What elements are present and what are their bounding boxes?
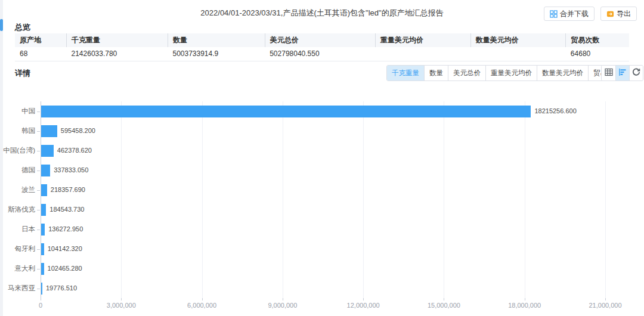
bar[interactable] — [41, 184, 47, 196]
column-header: 重量美元均价 — [376, 33, 471, 47]
origin-bar-chart: 03,000,0006,000,0009,000,00012,000,00015… — [0, 89, 644, 316]
bar[interactable] — [41, 165, 50, 176]
column-header: 数量 — [168, 33, 265, 47]
x-axis-label: 21,000,000 — [589, 302, 621, 309]
column-header: 贸易次数 — [566, 33, 629, 47]
bar[interactable] — [41, 283, 42, 295]
overview-section-label: 总览 — [15, 22, 30, 33]
x-axis-tick — [41, 298, 41, 300]
bar-value-label: 18215256.600 — [534, 101, 576, 121]
chart-row: 德国337833.050 — [0, 160, 644, 180]
chart-row: 意大利102465.280 — [0, 259, 644, 278]
chart-row: 匈牙利104142.320 — [0, 239, 644, 259]
metric-tabs: 千克重量数量美元总价重量美元均价数量美元均价贸易次数 — [386, 65, 626, 81]
refresh-button[interactable] — [629, 66, 643, 80]
column-header: 美元总价 — [265, 33, 375, 47]
x-axis-tick — [525, 298, 525, 300]
x-axis-tick — [605, 298, 606, 300]
x-axis-tick — [121, 298, 122, 300]
x-axis-label: 15,000,000 — [428, 302, 460, 309]
bar[interactable] — [41, 125, 57, 137]
table-cell: 21426033.780 — [67, 47, 168, 61]
bar-value-label: 102465.280 — [48, 259, 82, 278]
merge-download-icon — [550, 10, 558, 18]
x-axis-label: 12,000,000 — [347, 302, 380, 309]
chart-row: 日本136272.950 — [0, 219, 644, 239]
category-label: 日本 — [0, 219, 35, 239]
x-axis-label: 6,000,000 — [187, 302, 216, 309]
metric-tab[interactable]: 数量美元均价 — [537, 66, 588, 80]
bar-value-label: 595458.200 — [61, 121, 95, 141]
overview-table-header-row: 原产地千克重量数量美元总价重量美元均价数量美元均价贸易次数 — [15, 33, 629, 47]
chart-row: 波兰218357.690 — [0, 180, 644, 200]
chart-row: 斯洛伐克184543.730 — [0, 200, 644, 219]
table-cell — [470, 47, 566, 61]
bar[interactable] — [41, 204, 46, 216]
table-cell — [376, 47, 471, 61]
x-axis-tick — [283, 298, 283, 300]
chart-row: 韩国595458.200 — [0, 121, 644, 141]
bar-chart-icon — [618, 68, 627, 78]
category-tick — [37, 210, 40, 210]
category-label: 中国 — [0, 101, 35, 121]
x-axis-tick — [202, 298, 203, 300]
category-label: 波兰 — [0, 180, 35, 200]
category-tick — [37, 230, 40, 230]
metric-tab[interactable]: 重量美元均价 — [485, 66, 537, 80]
scrollbar-thumb[interactable] — [0, 19, 3, 31]
detail-section-label: 详情 — [15, 68, 30, 79]
export-label: 导出 — [617, 9, 631, 19]
header-actions: 合并下载 导出 — [544, 7, 637, 21]
bar-value-label: 184543.730 — [49, 200, 84, 219]
bar-value-label: 136272.950 — [48, 219, 83, 239]
bar[interactable] — [41, 263, 44, 275]
refresh-icon — [632, 68, 640, 78]
table-cell: 502798040.550 — [265, 47, 375, 61]
export-button[interactable]: 导出 — [600, 7, 637, 21]
metric-tab[interactable]: 数量 — [424, 66, 448, 80]
bar-value-label: 462378.620 — [57, 141, 92, 160]
merge-download-button[interactable]: 合并下载 — [544, 7, 595, 21]
bar-value-label: 104142.320 — [48, 239, 82, 259]
table-view-button[interactable] — [602, 66, 615, 80]
overview-table-row: 6821426033.7805003733914.9502798040.5506… — [15, 47, 629, 61]
category-label: 德国 — [0, 160, 35, 180]
column-header: 原产地 — [15, 33, 67, 47]
origin-summary-report-page: 2022/04/01-2023/03/31,产品描述(土耳其语)包含"led"的… — [0, 0, 644, 316]
metric-tab[interactable]: 千克重量 — [387, 66, 424, 80]
x-axis-tick — [363, 298, 364, 300]
merge-download-label: 合并下载 — [560, 9, 589, 19]
export-icon — [606, 10, 614, 18]
table-icon — [605, 68, 613, 78]
bar-chart-view-button[interactable] — [615, 66, 629, 80]
table-cell: 68 — [15, 47, 67, 61]
category-label: 马来西亚 — [0, 278, 35, 298]
category-label: 斯洛伐克 — [0, 200, 35, 219]
x-axis-label: 3,000,000 — [107, 302, 136, 309]
category-label: 意大利 — [0, 259, 35, 278]
column-header: 千克重量 — [67, 33, 168, 47]
category-tick — [37, 249, 40, 250]
metric-tab[interactable]: 美元总价 — [448, 66, 485, 80]
x-axis-tick — [444, 298, 444, 300]
chart-row: 中国(台湾)462378.620 — [0, 141, 644, 160]
category-tick — [37, 151, 40, 151]
bar-value-label: 19776.510 — [46, 278, 77, 298]
view-toggle-group — [601, 65, 643, 81]
table-cell: 64680 — [566, 47, 629, 61]
category-label: 匈牙利 — [0, 239, 35, 259]
bar[interactable] — [41, 243, 44, 255]
table-cell: 5003733914.9 — [168, 47, 265, 61]
bar[interactable] — [41, 224, 45, 236]
bar[interactable] — [41, 106, 531, 117]
overview-table: 原产地千克重量数量美元总价重量美元均价数量美元均价贸易次数 6821426033… — [15, 33, 629, 61]
category-tick — [37, 111, 40, 112]
chart-row: 中国18215256.600 — [0, 101, 644, 121]
bar-value-label: 218357.690 — [51, 180, 85, 200]
bar[interactable] — [41, 145, 54, 157]
x-axis-label: 18,000,000 — [508, 302, 541, 309]
chart-row: 马来西亚19776.510 — [0, 278, 644, 298]
x-axis-label: 0 — [39, 302, 42, 309]
category-label: 中国(台湾) — [0, 141, 35, 160]
column-header: 数量美元均价 — [470, 33, 566, 47]
